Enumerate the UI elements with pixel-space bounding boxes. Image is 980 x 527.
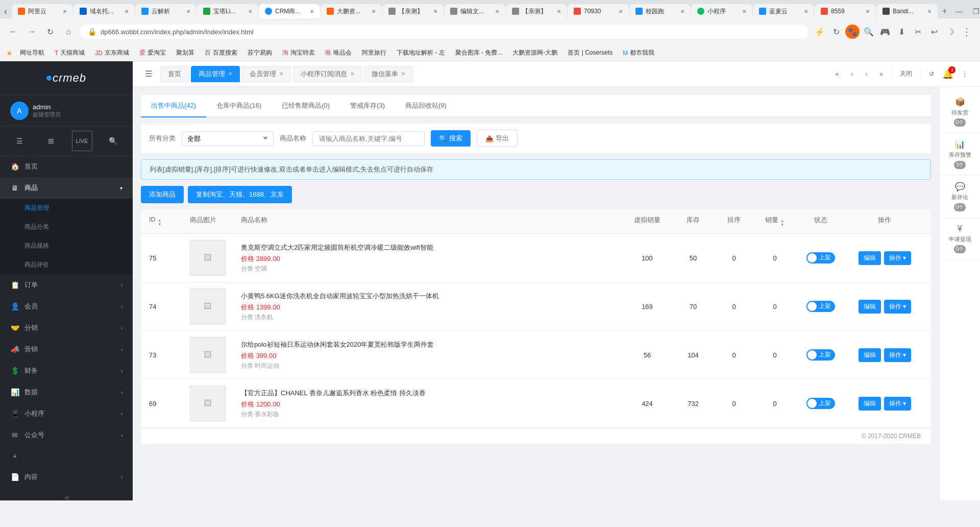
row2-edit-button[interactable]: 编辑	[859, 300, 881, 314]
browser-tab-9[interactable]: 70930 ✕	[568, 4, 629, 18]
product-tab-selling[interactable]: 出售中商品(42)	[141, 95, 206, 117]
profile-btn[interactable]: 🐾	[845, 25, 860, 39]
sales-sort-icon[interactable]: ▲▼	[780, 219, 785, 227]
copy-product-button[interactable]: 复制淘宝、天猫、1688、京东	[188, 186, 292, 203]
tab-close-3[interactable]: ✕	[248, 9, 252, 14]
sidebar-item-content[interactable]: 📄 内容 ›	[0, 466, 133, 488]
browser-tab-6[interactable]: 【亲测】 ✕	[382, 4, 444, 18]
window-restore-btn[interactable]: ❐	[969, 5, 980, 17]
id-sort-icon[interactable]: ▲▼	[158, 219, 162, 227]
tab-close-10[interactable]: ✕	[680, 9, 684, 14]
bookmark-vip[interactable]: 唯唯品会	[322, 47, 355, 58]
browser-tab-7[interactable]: 编辑文... ✕	[444, 4, 505, 18]
tab-close-8[interactable]: ✕	[557, 9, 561, 14]
right-sidebar-new-comments[interactable]: 💬 新评论 0个	[940, 176, 980, 218]
browser-tab-14[interactable]: Bandi... ✕	[876, 4, 938, 18]
tab-close-7[interactable]: ✕	[495, 9, 499, 14]
top-tab-members-close-icon[interactable]: ✕	[279, 71, 283, 77]
sidebar-icon-home[interactable]: ☰	[10, 131, 30, 151]
bookmark-cosersets[interactable]: 首页 | Cosersets	[565, 47, 616, 58]
row2-operation-button[interactable]: 操作 ▾	[884, 300, 911, 314]
row1-status-toggle[interactable]: 上架	[806, 252, 835, 264]
top-tab-home[interactable]: 首页	[160, 66, 189, 82]
close-tab-btn[interactable]: 关闭	[896, 67, 916, 80]
row3-operation-button[interactable]: 操作 ▾	[884, 348, 911, 362]
sidebar-item-miniapp[interactable]: 📱 小程序 ›	[0, 403, 133, 424]
row4-operation-button[interactable]: 操作 ▾	[884, 397, 911, 411]
notification-bell[interactable]: 🔔 3	[942, 68, 953, 80]
bookmark-aitao[interactable]: 爱爱淘宝	[136, 47, 169, 58]
browser-tab-13[interactable]: 8559 ✕	[815, 4, 876, 18]
sidebar-item-home[interactable]: 🏠 首页	[0, 156, 133, 177]
submenu-product-spec[interactable]: 商品规格	[0, 236, 133, 255]
sidebar-item-finance[interactable]: 💲 财务 ›	[0, 360, 133, 381]
browser-tab-10[interactable]: 校园跑 ✕	[629, 4, 691, 18]
submenu-product-review[interactable]: 商品评价	[0, 255, 133, 274]
new-tab-button[interactable]: +	[938, 5, 951, 18]
browser-tab-11[interactable]: 小程序 ✕	[691, 4, 752, 18]
tab-close-14[interactable]: ✕	[927, 9, 932, 14]
sidebar-icon-live[interactable]: LIVE	[72, 131, 92, 151]
row1-edit-button[interactable]: 编辑	[859, 251, 881, 265]
window-minimize-btn[interactable]: —	[951, 5, 967, 17]
row2-status-toggle[interactable]: 上架	[806, 301, 835, 312]
product-tab-warning[interactable]: 警戒库存(3)	[340, 95, 395, 116]
sidebar-icon-grid[interactable]: ⊞	[41, 131, 61, 151]
bookmark-alitrip[interactable]: 阿里旅行	[359, 47, 389, 58]
product-tab-recycle[interactable]: 商品回收站(9)	[395, 95, 457, 116]
search-button[interactable]: 🔍 搜索	[431, 130, 471, 147]
search-btn[interactable]: 🔍	[862, 25, 876, 39]
product-tab-warehouse[interactable]: 仓库中商品(16)	[206, 95, 272, 116]
sidebar-icon-search[interactable]: 🔍	[103, 131, 124, 151]
bookmark-dushi[interactable]: M都市我我	[620, 47, 657, 58]
tab-close-0[interactable]: ✕	[63, 9, 67, 14]
address-bar[interactable]: 🔒 dp666.wobbt.com/index.php/admin/Index/…	[80, 25, 808, 39]
product-tab-soldout[interactable]: 已经售罄商品(0)	[272, 95, 340, 116]
top-tab-products-close-icon[interactable]: ✕	[228, 71, 232, 77]
bookmark-taobao-special[interactable]: 淘淘宝特卖	[279, 47, 318, 58]
extensions-btn[interactable]: ⚡	[813, 25, 827, 39]
browser-tab-2[interactable]: 云解析 ✕	[135, 4, 197, 18]
browser-back-btn[interactable]: ‹	[4, 6, 7, 17]
top-tab-wechat-menu-close-icon[interactable]: ✕	[401, 71, 405, 77]
export-button[interactable]: 📤 导出	[477, 130, 518, 147]
top-tab-miniapp-msg-close-icon[interactable]: ✕	[350, 71, 354, 77]
back-button[interactable]: ←	[6, 25, 20, 39]
menu-btn[interactable]: ⋮	[960, 25, 974, 39]
browser-tab-1[interactable]: 域名托... ✕	[74, 4, 135, 18]
tab-close-13[interactable]: ✕	[866, 9, 870, 14]
bookmark-suning[interactable]: 苏宁易购	[244, 47, 275, 58]
tab-close-5[interactable]: ✕	[372, 9, 376, 14]
top-tab-members[interactable]: 会员管理 ✕	[242, 66, 291, 82]
sidebar-item-add[interactable]: +	[0, 446, 133, 466]
sidebar-item-wechat[interactable]: ✉ 公众号 ›	[0, 424, 133, 446]
tab-close-12[interactable]: ✕	[804, 9, 808, 14]
nav-menu-btn[interactable]: ☰	[141, 67, 156, 81]
sidebar-collapse-btn[interactable]: ⊲	[0, 488, 133, 500]
tab-last-btn[interactable]: »	[875, 68, 887, 80]
undo-btn[interactable]: ↩	[927, 25, 941, 39]
tab-close-6[interactable]: ✕	[433, 9, 437, 14]
home-button[interactable]: ⌂	[61, 25, 76, 39]
sidebar-item-products[interactable]: 🖥 商品 ▾	[0, 177, 133, 199]
bookmark-tianmao[interactable]: T天猫商城	[52, 47, 88, 58]
right-sidebar-withdrawal[interactable]: ¥ 申请提现 0个	[940, 218, 980, 260]
bookmark-juhe[interactable]: 聚合图库 - 免费...	[452, 47, 506, 58]
bookmark-jd[interactable]: JD京东商城	[92, 47, 132, 58]
bookmark-dapeng[interactable]: 大鹏资源网-大鹏	[509, 47, 560, 58]
top-tab-wechat-menu[interactable]: 微信菜单 ✕	[364, 66, 413, 82]
scissors-btn[interactable]: ✂	[911, 25, 925, 39]
bookmark-juhua[interactable]: 聚划算	[173, 47, 198, 58]
reload-page-btn[interactable]: ↻	[829, 25, 843, 39]
category-select[interactable]: 全部	[182, 131, 274, 146]
tab-close-2[interactable]: ✕	[186, 9, 190, 14]
tab-close-1[interactable]: ✕	[125, 9, 129, 14]
browser-tab-12[interactable]: 蓝麦云 ✕	[753, 4, 814, 18]
more-nav-btn[interactable]: ⋮	[958, 68, 972, 80]
tab-close-9[interactable]: ✕	[619, 9, 623, 14]
bookmark-download[interactable]: 下载地址解析 - 左	[394, 47, 448, 58]
tab-first-btn[interactable]: «	[831, 68, 843, 80]
sidebar-item-data[interactable]: 📊 数据 ›	[0, 381, 133, 403]
submenu-product-management[interactable]: 商品管理	[0, 199, 133, 218]
submenu-product-category[interactable]: 商品分类	[0, 218, 133, 236]
